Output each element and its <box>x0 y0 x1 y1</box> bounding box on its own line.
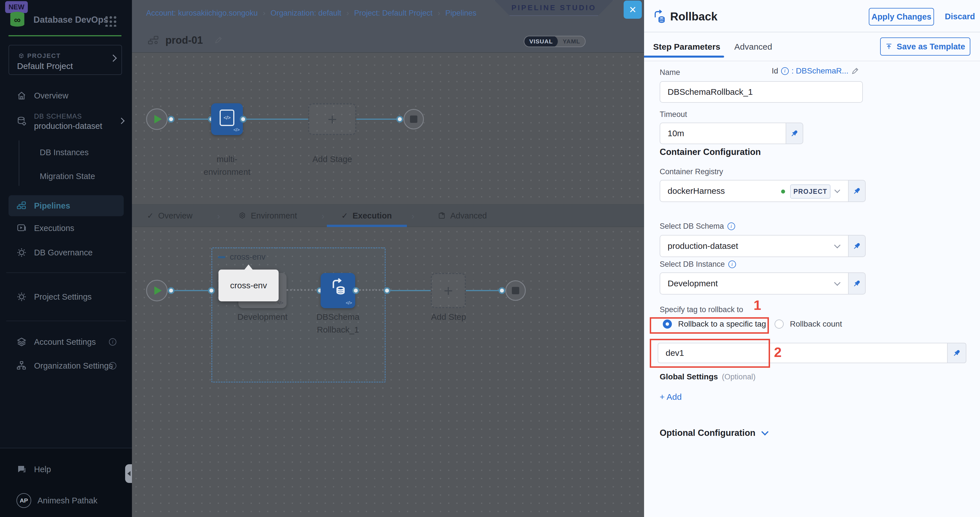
db-instance-select[interactable]: Development <box>660 272 849 294</box>
timeout-input[interactable] <box>668 129 786 138</box>
check-icon: ✓ <box>147 211 153 221</box>
step-group-label: cross-env <box>230 252 266 262</box>
sidebar-item-help[interactable]: ? Help <box>8 460 124 479</box>
sidebar-item-db-instances[interactable]: DB Instances <box>8 143 124 161</box>
sidebar-item-db-governance[interactable]: DB Governance <box>8 243 124 262</box>
plus-icon: + <box>328 110 337 129</box>
environment-icon <box>238 212 246 220</box>
apply-changes-button[interactable]: Apply Changes <box>869 8 934 25</box>
code-icon: </> <box>277 300 283 306</box>
name-label: Name <box>660 68 680 77</box>
chevron-down-icon <box>834 280 841 286</box>
execution-start-node <box>146 280 168 301</box>
tab-separator: › <box>411 211 415 221</box>
step-node-dbschemarollback[interactable]: </> <box>321 273 355 308</box>
visual-yaml-toggle[interactable]: VISUAL YAML <box>524 36 585 47</box>
radio-rollback-count[interactable]: Rollback count <box>775 320 842 329</box>
tab-step-parameters[interactable]: Step Parameters <box>653 42 721 52</box>
chevron-down-icon <box>834 242 841 248</box>
schema-pin-toggle[interactable] <box>849 235 865 257</box>
breadcrumb[interactable]: Account: kurosakiichigo.songoku › Organi… <box>146 8 476 18</box>
save-as-template-button[interactable]: Save as Template <box>880 37 970 56</box>
add-step-button[interactable]: + <box>431 273 466 308</box>
scope-badge: PROJECT <box>790 185 830 199</box>
add-stage-label: Add Stage <box>304 153 361 165</box>
add-global-setting-link[interactable]: + Add <box>660 392 682 402</box>
name-input[interactable] <box>668 87 862 97</box>
play-icon <box>154 115 162 123</box>
connector-ring <box>383 287 390 294</box>
chevron-right-icon <box>118 118 125 124</box>
tab-separator: › <box>217 211 220 221</box>
toggle-visual[interactable]: VISUAL <box>524 36 558 47</box>
sidebar-item-account-settings[interactable]: Account Settings <box>8 333 124 351</box>
stage-canvas[interactable]: </> </> + multi-environment Add Stage <box>132 53 644 204</box>
tab-advanced[interactable]: Advanced <box>734 42 772 52</box>
breadcrumb-separator: › <box>263 8 265 17</box>
specify-tag-label: Specify tag to rollback to <box>660 305 743 314</box>
stage-node-multi-environment[interactable]: </> </> <box>211 103 243 135</box>
registry-pin-toggle[interactable] <box>849 180 865 202</box>
container-registry-select[interactable]: dockerHarness PROJECT <box>660 180 849 202</box>
tab-overview[interactable]: ✓ Overview <box>147 205 192 227</box>
app-root: NEW ∞ Database DevOps PROJECT Default Pr… <box>0 0 980 517</box>
optional-configuration-toggle[interactable]: Optional Configuration <box>660 428 767 438</box>
sidebar-item-overview[interactable]: Overview <box>8 86 124 105</box>
db-schema-select[interactable]: production-dataset <box>660 235 849 257</box>
rollback-step-icon <box>329 277 347 296</box>
sidebar-footer: ? Help AP Animesh Pathak <box>0 448 132 517</box>
breadcrumb-project[interactable]: Project: Default Project <box>354 9 433 17</box>
sidebar-item-project-settings[interactable]: Project Settings <box>8 288 124 306</box>
annotation-number-2: 2 <box>774 345 782 360</box>
sidebar-item-db-schemas[interactable]: DB SCHEMAS production-dataset <box>8 110 124 133</box>
sidebar-item-executions[interactable]: Executions <box>8 219 124 237</box>
brand-underline <box>8 35 121 36</box>
pipeline-name: prod-01 <box>165 34 203 46</box>
breadcrumb-page[interactable]: Pipelines <box>445 9 477 17</box>
timeout-pin-toggle[interactable] <box>786 122 803 144</box>
stop-icon <box>512 287 519 294</box>
add-stage-button[interactable]: + <box>308 103 356 135</box>
app-title: Database DevOps <box>33 15 108 25</box>
timeout-label: Timeout <box>660 110 687 119</box>
breadcrumb-org[interactable]: Organization: default <box>270 9 341 17</box>
layers-icon <box>16 337 27 347</box>
sidebar-item-organization-settings[interactable]: Organization Settings <box>8 357 124 375</box>
connector-ring <box>168 287 175 294</box>
connector-ring <box>396 116 403 122</box>
divider <box>644 32 980 32</box>
app-switcher-grid-icon[interactable] <box>104 15 116 27</box>
sidebar-item-migration-state[interactable]: Migration State <box>8 167 124 185</box>
instance-pin-toggle[interactable] <box>849 272 865 294</box>
tab-advanced[interactable]: Advanced <box>438 205 487 227</box>
chevron-down-icon <box>834 187 840 193</box>
info-icon: i <box>109 338 116 345</box>
sidebar-item-pipelines[interactable]: Pipelines <box>8 195 124 216</box>
execution-canvas[interactable]: cross-env </> </> + <box>132 227 644 517</box>
radio-unselected-icon[interactable] <box>775 320 784 329</box>
project-selector[interactable]: PROJECT Default Project <box>8 45 122 75</box>
discard-button[interactable]: Discard <box>945 12 975 21</box>
collapse-minus-icon[interactable] <box>218 256 225 258</box>
close-drawer-button[interactable]: × <box>624 0 642 19</box>
breadcrumb-account[interactable]: Account: kurosakiichigo.songoku <box>146 9 258 17</box>
stop-icon <box>410 116 417 123</box>
tab-execution[interactable]: ✓ Execution <box>341 205 392 227</box>
sidebar-collapse-handle[interactable] <box>125 464 132 483</box>
custom-stage-icon: </> <box>220 110 234 126</box>
edit-pencil-icon[interactable] <box>214 36 223 44</box>
edit-pencil-icon[interactable] <box>851 67 859 75</box>
code-icon: </> <box>233 127 239 133</box>
collapse-arrow-icon <box>127 471 130 476</box>
toggle-yaml[interactable]: YAML <box>558 38 585 45</box>
tag-pin-toggle[interactable] <box>948 343 966 363</box>
database-gear-icon <box>16 116 27 127</box>
check-icon: ✓ <box>341 211 348 221</box>
executions-icon <box>16 223 27 233</box>
user-menu[interactable]: AP Animesh Pathak <box>8 492 124 510</box>
step-label-development: Development <box>234 310 291 323</box>
help-chat-icon: ? <box>16 464 27 474</box>
active-tab-underline <box>327 225 407 227</box>
tab-environment[interactable]: Environment <box>238 205 297 227</box>
pipelines-icon <box>16 200 27 211</box>
